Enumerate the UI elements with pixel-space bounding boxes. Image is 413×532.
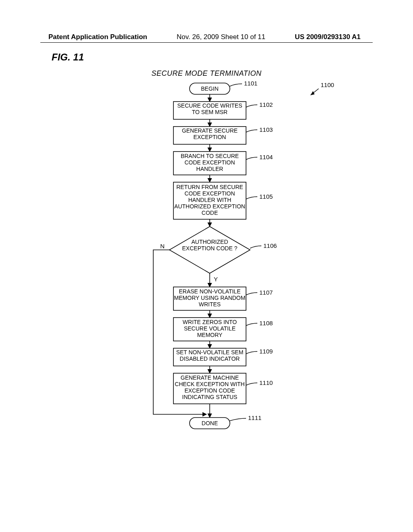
node-1107-text: ERASE NON-VOLATILE MEMORY USING RANDOM W… — [173, 288, 246, 308]
chart-title: SECURE MODE TERMINATION — [0, 69, 413, 78]
ref-1108: 1108 — [259, 320, 273, 326]
node-1110: GENERATE MACHINE CHECK EXCEPTION WITH EX… — [173, 373, 246, 404]
node-1102: SECURE CODE WRITES TO SEM MSR — [173, 102, 246, 119]
node-1109-text: SET NON-VOLATILE SEM DISABLED INDICATOR — [173, 349, 246, 362]
ref-1101: 1101 — [244, 80, 257, 87]
node-1110-text: GENERATE MACHINE CHECK EXCEPTION WITH EX… — [173, 374, 246, 400]
node-1104-text: BRANCH TO SECURE CODE EXCEPTION HANDLER — [173, 153, 246, 172]
node-1109: SET NON-VOLATILE SEM DISABLED INDICATOR — [173, 348, 246, 366]
ref-1107: 1107 — [259, 289, 273, 296]
decision-no-label: N — [160, 243, 165, 249]
node-1103-text: GENERATE SECURE EXCEPTION — [173, 127, 246, 140]
overall-ref: 1100 — [321, 81, 334, 88]
svg-marker-22 — [311, 91, 315, 95]
page: Patent Application Publication Nov. 26, … — [0, 0, 413, 532]
header-mid: Nov. 26, 2009 Sheet 10 of 11 — [177, 33, 265, 41]
page-header: Patent Application Publication Nov. 26, … — [0, 33, 413, 41]
ref-1104: 1104 — [259, 154, 273, 160]
ref-1109: 1109 — [259, 348, 273, 355]
node-1107: ERASE NON-VOLATILE MEMORY USING RANDOM W… — [173, 287, 246, 310]
node-1104: BRANCH TO SECURE CODE EXCEPTION HANDLER — [173, 152, 246, 175]
node-1105-text: RETURN FROM SECURE CODE EXCEPTION HANDLE… — [173, 184, 246, 216]
header-rule — [40, 42, 373, 43]
node-1103: GENERATE SECURE EXCEPTION — [173, 127, 246, 144]
node-1102-text: SECURE CODE WRITES TO SEM MSR — [173, 102, 246, 115]
node-done: DONE — [190, 418, 230, 429]
figure-label: FIG. 11 — [52, 52, 84, 63]
ref-1102: 1102 — [259, 101, 273, 108]
node-1106-text: AUTHORIZED EXCEPTION CODE ? — [181, 239, 238, 251]
ref-1103: 1103 — [259, 126, 273, 133]
node-1105: RETURN FROM SECURE CODE EXCEPTION HANDLE… — [173, 182, 246, 219]
node-1108: WRITE ZEROS INTO SECURE VOLATILE MEMORY — [173, 318, 246, 341]
ref-1111: 1111 — [248, 414, 261, 421]
ref-1106: 1106 — [263, 242, 277, 249]
node-1106: AUTHORIZED EXCEPTION CODE ? — [169, 227, 250, 273]
header-left: Patent Application Publication — [48, 33, 147, 41]
flowchart: BEGIN 1101 SECURE CODE WRITES TO SEM MSR… — [0, 79, 413, 522]
node-done-text: DONE — [202, 420, 218, 426]
header-right: US 2009/0293130 A1 — [295, 33, 361, 41]
node-1108-text: WRITE ZEROS INTO SECURE VOLATILE MEMORY — [173, 319, 246, 338]
ref-1110: 1110 — [259, 379, 273, 386]
ref-1105: 1105 — [259, 193, 273, 200]
decision-yes-label: Y — [214, 276, 218, 283]
node-begin-text: BEGIN — [201, 85, 219, 92]
node-begin: BEGIN — [190, 83, 230, 94]
overall-ref-pointer — [311, 89, 319, 95]
